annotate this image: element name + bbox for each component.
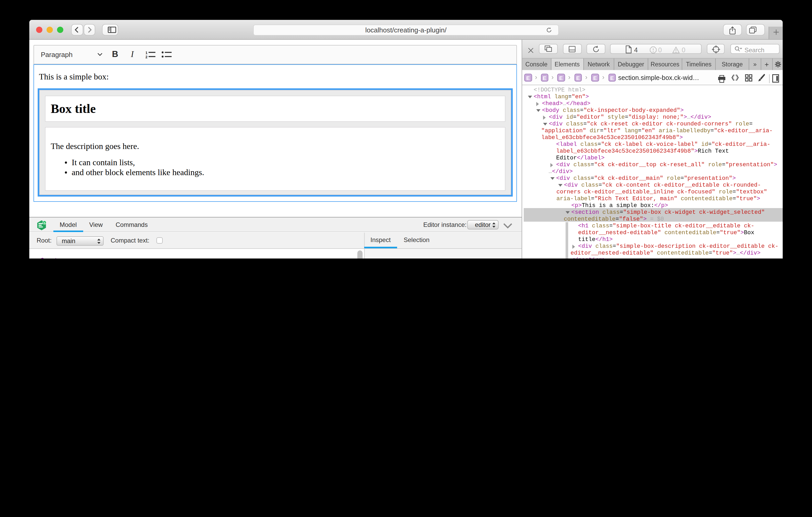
svg-text:5: 5: [44, 221, 45, 224]
svg-text:1: 1: [145, 51, 148, 55]
svg-text:2: 2: [145, 55, 148, 58]
